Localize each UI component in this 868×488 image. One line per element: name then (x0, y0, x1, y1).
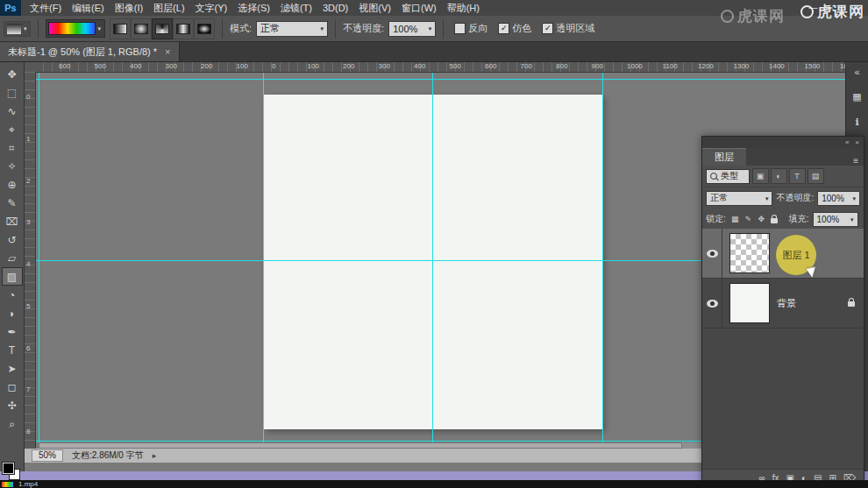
layer-fill-select[interactable]: 100% ▾ (813, 212, 858, 227)
chevron-down-icon: ▾ (98, 25, 102, 32)
linear-gradient-icon (113, 24, 127, 34)
visibility-toggle[interactable] (702, 279, 722, 328)
tab-layers[interactable]: 图层 (702, 148, 746, 166)
diamond-gradient-button[interactable] (194, 18, 215, 39)
tool-preset-picker[interactable]: ▾ (4, 21, 31, 37)
lock-paint-icon[interactable]: ✎ (743, 213, 754, 225)
menu-window[interactable]: 窗口(W) (396, 0, 442, 16)
diamond-gradient-icon (197, 24, 211, 34)
eyedropper-tool[interactable]: ✧ (2, 157, 23, 175)
swatches-panel-icon[interactable]: ▦ (852, 91, 861, 103)
layer-opacity-select[interactable]: 100% ▾ (817, 191, 860, 206)
status-expand-icon[interactable]: ▸ (153, 451, 157, 460)
gradient-tool[interactable]: ▨ (2, 267, 23, 286)
ruler-top-number: 800 (556, 62, 567, 70)
filter-group-layers-icon[interactable]: ▤ (808, 168, 824, 184)
ruler-top-number: 700 (521, 62, 532, 70)
document-tab[interactable]: 未标题-1 @ 50% (图层 1, RGB/8) * × (0, 42, 180, 61)
transparency-checkbox[interactable]: ✓ (542, 23, 553, 34)
menu-3d[interactable]: 3D(D) (317, 0, 353, 16)
angle-gradient-button[interactable] (152, 18, 173, 39)
ruler-top-number: 600 (485, 62, 496, 70)
type-tool[interactable]: T (2, 341, 23, 359)
panel-collapse-icon[interactable]: « (845, 138, 849, 146)
visibility-toggle[interactable] (702, 229, 722, 278)
lock-move-icon[interactable]: ✥ (756, 213, 767, 225)
ruler-top-number: 400 (414, 62, 425, 70)
filter-icons: ▣◐T▤ (752, 168, 824, 184)
layer-lock-icon (848, 298, 855, 308)
menu-filter[interactable]: 滤镜(T) (275, 0, 317, 16)
ruler-left-number: 2 (26, 177, 30, 185)
divider (443, 19, 444, 39)
ruler-left: 012345678 (25, 72, 36, 449)
ruler-top-number: 1100 (663, 62, 678, 70)
layers-list: 图层 1背景图层 1 (702, 229, 864, 470)
close-tab-icon[interactable]: × (165, 46, 170, 57)
lock-row: 锁定: ▦✎✥ 填充: 100% ▾ (702, 209, 864, 230)
move-tool[interactable]: ✥ (2, 65, 23, 83)
menu-file[interactable]: 文件(F) (25, 0, 67, 16)
lasso-tool[interactable]: ∿ (2, 102, 23, 120)
lock-all-icon[interactable] (769, 213, 780, 225)
dither-checkbox[interactable]: ✓ (498, 23, 509, 34)
foreground-color-swatch[interactable] (3, 463, 14, 474)
eraser-tool[interactable]: ▱ (2, 249, 23, 267)
shape-tool[interactable]: ◻ (2, 378, 23, 396)
filter-pixel-layers-icon[interactable]: ▣ (752, 168, 769, 184)
zoom-level-field[interactable]: 50% (32, 449, 63, 462)
opacity-select[interactable]: 100% ▾ (388, 21, 436, 37)
filter-adjustment-layers-icon[interactable]: ◐ (771, 168, 787, 184)
blend-mode-select[interactable]: 正常 ▾ (256, 21, 328, 37)
filter-type-value: 类型 (721, 170, 738, 182)
menu-view[interactable]: 视图(V) (353, 0, 396, 16)
ruler-left-number: 7 (26, 385, 30, 393)
collapse-panels-icon[interactable]: « (854, 67, 859, 77)
layer-blend-mode-select[interactable]: 正常 ▾ (706, 191, 772, 206)
menu-image[interactable]: 图像(I) (110, 0, 148, 16)
healing-brush-tool[interactable]: ⊕ (2, 175, 23, 194)
pen-tool[interactable]: ✒ (2, 322, 23, 341)
gradient-type-buttons (110, 18, 215, 39)
menu-edit[interactable]: 编辑(E) (67, 0, 110, 16)
scrollbar-thumb[interactable] (39, 442, 682, 449)
zoom-tool[interactable]: ⌕ (2, 414, 23, 433)
transparency-checkbox-group: ✓透明区域 (542, 22, 594, 35)
menu-type[interactable]: 文字(Y) (190, 0, 233, 16)
document-tab-title: 未标题-1 @ 50% (图层 1, RGB/8) * (8, 46, 157, 59)
menu-help[interactable]: 帮助(H) (442, 0, 485, 16)
hand-tool[interactable]: ✣ (2, 396, 23, 414)
panel-close-icon[interactable]: × (855, 138, 859, 146)
filter-type-select[interactable]: 类型 ▾ (706, 169, 750, 184)
linear-gradient-button[interactable] (110, 18, 131, 39)
radial-gradient-button[interactable] (131, 18, 152, 39)
chevron-down-icon: ▾ (429, 25, 432, 32)
layer-row-background[interactable]: 背景 (702, 279, 864, 329)
lock-transparent-icon[interactable]: ▦ (729, 213, 741, 225)
layers-panel: «× 图层 ≡ 类型 ▾ ▣◐T▤ 正常 ▾ 不透明度: 100% ▾ (701, 136, 864, 488)
menu-select[interactable]: 选择(S) (232, 0, 275, 16)
divider (222, 19, 223, 39)
guide-horizontal[interactable] (35, 79, 846, 80)
reverse-checkbox-label: 反向 (468, 22, 487, 35)
blur-tool[interactable]: ◔ (2, 286, 23, 304)
quick-select-tool[interactable]: ⌖ (2, 120, 23, 138)
path-select-tool[interactable]: ➤ (2, 359, 23, 378)
marquee-tool[interactable]: ⬚ (2, 83, 23, 102)
ruler-top-number: 0 (272, 62, 275, 70)
layer-opacity-label: 不透明度: (776, 192, 814, 204)
menu-layer[interactable]: 图层(L) (148, 0, 189, 16)
history-brush-tool[interactable]: ↺ (2, 230, 23, 249)
reflected-gradient-button[interactable] (173, 18, 194, 39)
ruler-top-number: 1200 (698, 62, 714, 70)
brush-tool[interactable]: ✎ (2, 194, 23, 212)
reverse-checkbox[interactable] (454, 23, 466, 34)
dodge-tool[interactable]: ◗ (2, 304, 23, 322)
info-panel-icon[interactable]: ℹ (855, 117, 858, 128)
crop-tool[interactable]: ⌗ (2, 138, 23, 157)
ruler-left-number: 1 (26, 135, 30, 143)
filter-type-layers-icon[interactable]: T (789, 168, 806, 184)
clone-stamp-tool[interactable]: ⌧ (2, 212, 23, 230)
gradient-picker[interactable]: ▾ (46, 19, 106, 38)
panel-menu-icon[interactable]: ≡ (853, 156, 864, 166)
